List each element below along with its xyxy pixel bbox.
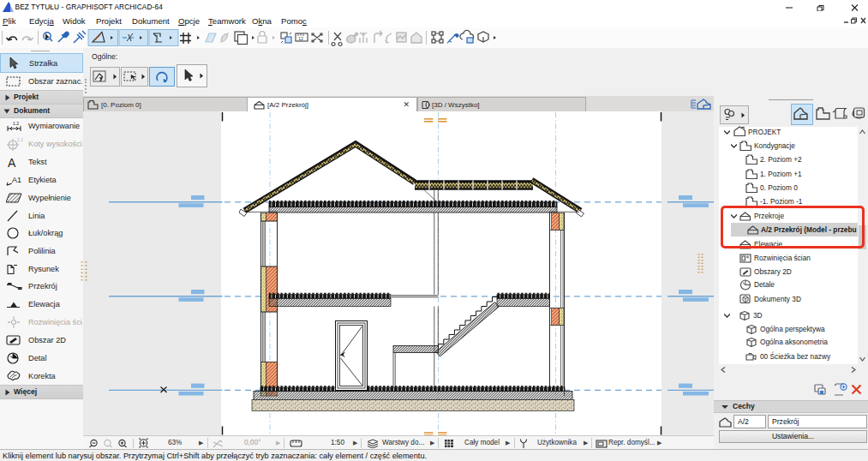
svg-text:A: A <box>8 155 16 168</box>
svg-text:1.2: 1.2 <box>17 137 23 142</box>
svg-text:1.2: 1.2 <box>13 121 19 126</box>
svg-text:A1: A1 <box>12 176 21 184</box>
svg-text:12: 12 <box>298 36 303 41</box>
